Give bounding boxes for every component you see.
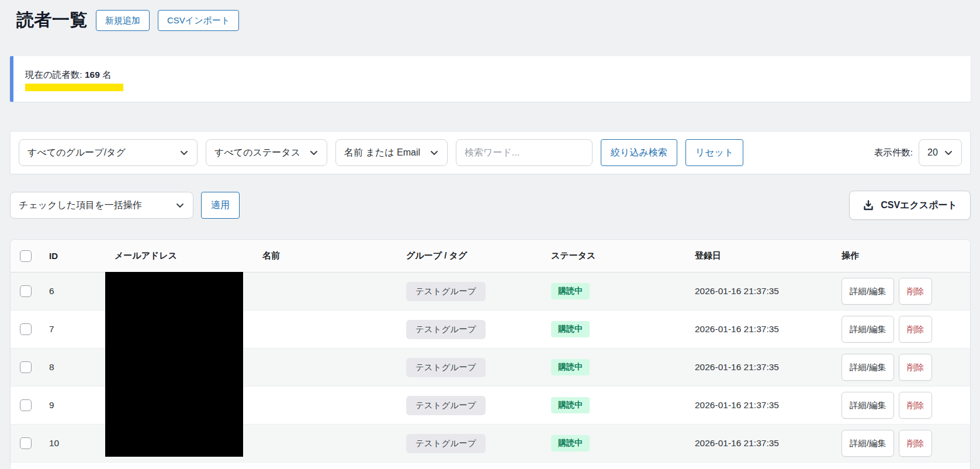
per-page-label: 表示件数: <box>874 147 913 159</box>
subscriber-count-text: 現在の読者数: 169 名 <box>25 69 959 81</box>
chevron-down-icon <box>430 148 439 157</box>
apply-button[interactable]: 適用 <box>201 192 240 219</box>
row-date: 2026-01-16 21:37:35 <box>687 324 833 334</box>
subscriber-count-notice: 現在の読者数: 169 名 <box>10 56 971 102</box>
edit-button[interactable]: 詳細/編集 <box>842 392 894 419</box>
group-badge: テストグループ <box>406 434 486 453</box>
delete-button[interactable]: 削除 <box>899 430 932 457</box>
group-badge: テストグループ <box>406 320 486 339</box>
row-checkbox[interactable] <box>20 323 32 335</box>
per-page-select[interactable]: 20 <box>919 139 962 166</box>
group-badge: テストグループ <box>406 358 486 377</box>
row-checkbox[interactable] <box>20 437 32 449</box>
delete-button[interactable]: 削除 <box>899 354 932 381</box>
col-date: 登録日 <box>687 250 833 261</box>
chevron-down-icon <box>944 148 953 157</box>
col-id: ID <box>41 251 106 261</box>
status-badge: 購読中 <box>551 397 590 413</box>
search-input[interactable] <box>456 139 593 166</box>
chevron-down-icon <box>309 148 318 157</box>
row-id: 8 <box>41 362 106 373</box>
edit-button[interactable]: 詳細/編集 <box>842 354 894 381</box>
row-checkbox[interactable] <box>20 361 32 373</box>
row-id: 6 <box>41 286 106 296</box>
col-email: メールアドレス <box>106 250 254 261</box>
search-field-select[interactable]: 名前 または Email <box>335 139 448 166</box>
edit-button[interactable]: 詳細/編集 <box>842 316 894 343</box>
csv-import-button[interactable]: CSVインポート <box>158 10 239 31</box>
csv-export-label: CSVエクスポート <box>881 199 957 212</box>
download-icon <box>863 199 874 211</box>
page-header: 読者一覧 新規追加 CSVインポート <box>0 0 980 32</box>
delete-button[interactable]: 削除 <box>899 392 932 419</box>
group-filter-value: すべてのグループ/タグ <box>27 147 126 159</box>
chevron-down-icon <box>175 201 185 210</box>
row-id: 10 <box>41 438 106 449</box>
select-all-checkbox[interactable] <box>20 250 32 262</box>
status-badge: 購読中 <box>551 435 590 451</box>
per-page-control: 表示件数: 20 <box>874 139 962 166</box>
row-date: 2026-01-16 21:37:35 <box>687 438 833 449</box>
page-title: 読者一覧 <box>16 8 88 32</box>
edit-button[interactable]: 詳細/編集 <box>842 430 894 457</box>
row-date: 2026-01-16 21:37:35 <box>687 400 833 411</box>
table-header-row: ID メールアドレス 名前 グループ / タグ ステータス 登録日 操作 <box>11 240 970 273</box>
row-checkbox[interactable] <box>20 399 32 411</box>
row-id: 7 <box>41 324 106 334</box>
col-actions: 操作 <box>833 250 970 261</box>
row-checkbox[interactable] <box>20 285 32 297</box>
group-filter-select[interactable]: すべてのグループ/タグ <box>19 139 198 166</box>
status-badge: 購読中 <box>551 321 590 337</box>
subscriber-count-value: 169 <box>85 70 100 80</box>
delete-button[interactable]: 削除 <box>899 316 932 343</box>
delete-button[interactable]: 削除 <box>899 278 932 305</box>
status-badge: 購読中 <box>551 283 590 299</box>
bulk-action-value: チェックした項目を一括操作 <box>19 199 142 212</box>
search-field-value: 名前 または Email <box>344 147 420 159</box>
status-filter-select[interactable]: すべてのステータス <box>206 139 327 166</box>
col-status: ステータス <box>543 250 687 261</box>
csv-export-button[interactable]: CSVエクスポート <box>849 191 971 220</box>
add-new-button[interactable]: 新規追加 <box>96 10 150 31</box>
chevron-down-icon <box>179 148 189 157</box>
bulk-actions-row: チェックした項目を一括操作 適用 CSVエクスポート <box>10 191 971 220</box>
status-badge: 購読中 <box>551 359 590 375</box>
filter-bar: すべてのグループ/タグ すべてのステータス 名前 または Email 絞り込み検… <box>10 131 971 174</box>
row-date: 2026-01-16 21:37:35 <box>687 362 833 373</box>
row-id: 9 <box>41 400 106 411</box>
bulk-action-select[interactable]: チェックした項目を一括操作 <box>10 192 193 219</box>
redaction-overlay <box>105 272 243 457</box>
group-badge: テストグループ <box>406 396 486 415</box>
per-page-value: 20 <box>927 147 938 158</box>
col-group: グループ / タグ <box>398 250 543 261</box>
reset-button[interactable]: リセット <box>685 139 744 166</box>
yellow-highlight-bar <box>25 84 123 91</box>
filter-search-button[interactable]: 絞り込み検索 <box>601 139 677 166</box>
col-name: 名前 <box>254 250 398 261</box>
edit-button[interactable]: 詳細/編集 <box>842 278 894 305</box>
status-filter-value: すべてのステータス <box>214 147 300 159</box>
group-badge: テストグループ <box>406 282 486 301</box>
row-date: 2026-01-16 21:37:35 <box>687 286 833 296</box>
